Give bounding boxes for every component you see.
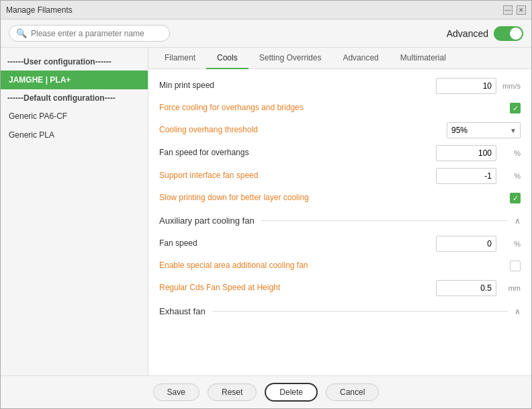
tab-filament[interactable]: Filament [154, 48, 206, 69]
search-input[interactable] [31, 29, 163, 38]
setting-label-support-interface-fan-speed: Support interface fan speed [159, 171, 436, 181]
sidebar-item-jamghe-pla-plus[interactable]: JAMGHE | PLA+ [1, 71, 148, 89]
section-title-exhaust: Exhaust fan [159, 306, 206, 316]
setting-label-cooling-overhang-threshold: Cooling overhang threshold [159, 125, 447, 136]
tab-setting-overrides[interactable]: Setting Overrides [249, 48, 332, 69]
advanced-toggle-group: Advanced [447, 26, 523, 41]
setting-row-cooling-overhang-threshold: Cooling overhang threshold 85% 90% 95% 1… [148, 119, 531, 142]
default-config-header: ------Default configuration---- [1, 89, 148, 107]
setting-select-cooling-overhang-threshold[interactable]: 85% 90% 95% 100% [447, 122, 521, 138]
cancel-button[interactable]: Cancel [326, 383, 379, 401]
setting-row-fan-speed: Fan speed % [148, 232, 531, 255]
setting-label-fan-speed-overhangs: Fan speed for overhangs [159, 148, 436, 158]
setting-row-min-print-speed: Min print speed mm/s [148, 75, 531, 97]
titlebar: Manage Filaments — ✕ [1, 1, 531, 19]
reset-button[interactable]: Reset [208, 383, 257, 401]
setting-row-fan-speed-overhangs: Fan speed for overhangs % [148, 142, 531, 165]
setting-row-force-cooling: Force cooling for overhangs and bridges [148, 97, 531, 119]
delete-button[interactable]: Delete [265, 383, 318, 402]
minimize-button[interactable]: — [503, 5, 513, 15]
toggle-knob [510, 28, 522, 40]
main-window: Manage Filaments — ✕ 🔍 Advanced ------Us… [0, 0, 532, 409]
setting-control-force-cooling [510, 103, 521, 113]
sidebar: ------User configuration------ JAMGHE | … [1, 48, 148, 375]
setting-input-min-print-speed[interactable] [436, 78, 496, 94]
setting-label-fan-speed: Fan speed [159, 238, 436, 249]
section-collapse-exhaust-icon[interactable]: ∧ [515, 307, 521, 316]
close-button[interactable]: ✕ [517, 5, 526, 15]
bottom-bar: Save Reset Delete Cancel [1, 375, 531, 408]
advanced-toggle-switch[interactable] [494, 26, 523, 41]
tabs-bar: Filament Cools Setting Overrides Advance… [148, 48, 531, 69]
section-divider-line-auxiliary [261, 220, 508, 221]
setting-unit-regular-cds-fan-speed: mm [499, 284, 521, 292]
setting-checkbox-slow-printing-down[interactable] [510, 193, 521, 203]
advanced-label: Advanced [447, 28, 488, 39]
save-button[interactable]: Save [153, 383, 200, 401]
tab-advanced[interactable]: Advanced [332, 48, 389, 69]
setting-checkbox-force-cooling[interactable] [510, 103, 521, 113]
section-title-auxiliary: Auxiliary part cooling fan [159, 216, 255, 226]
setting-control-slow-printing-down [510, 193, 521, 203]
setting-row-enable-special-area: Enable special area additional cooling f… [148, 255, 531, 277]
section-exhaust-fan: Exhaust fan ∧ [148, 300, 531, 323]
sidebar-item-generic-pa6-cf[interactable]: Generic PA6-CF [1, 107, 148, 126]
setting-input-fan-speed[interactable] [436, 236, 496, 252]
section-collapse-auxiliary-icon[interactable]: ∧ [515, 216, 521, 226]
main-toolbar: 🔍 Advanced [1, 19, 531, 48]
setting-row-regular-cds-fan-speed: Regular Cds Fan Speed at Height mm [148, 277, 531, 300]
setting-label-enable-special-area: Enable special area additional cooling f… [159, 261, 510, 271]
setting-control-fan-speed: % [436, 236, 521, 252]
setting-control-enable-special-area [510, 261, 521, 271]
setting-control-regular-cds-fan-speed: mm [436, 280, 521, 296]
setting-input-support-interface-fan-speed[interactable] [436, 168, 496, 184]
setting-checkbox-enable-special-area[interactable] [510, 261, 521, 271]
setting-row-slow-printing-down: Slow printing down for better layer cool… [148, 187, 531, 209]
setting-row-support-interface-fan-speed: Support interface fan speed % [148, 165, 531, 187]
section-divider-line-exhaust [212, 311, 508, 312]
setting-label-force-cooling: Force cooling for overhangs and bridges [159, 103, 510, 113]
right-panel: Filament Cools Setting Overrides Advance… [148, 48, 531, 375]
search-icon: 🔍 [16, 28, 27, 38]
tab-cools[interactable]: Cools [206, 48, 249, 69]
window-title: Manage Filaments [6, 5, 73, 15]
select-wrapper-cooling-overhang: 85% 90% 95% 100% ▼ [447, 122, 521, 138]
user-config-header: ------User configuration------ [1, 53, 148, 71]
sidebar-item-generic-pla[interactable]: Generic PLA [1, 126, 148, 144]
search-box: 🔍 [9, 25, 170, 42]
setting-input-fan-speed-overhangs[interactable] [436, 145, 496, 161]
setting-control-fan-speed-overhangs: % [436, 145, 521, 161]
setting-unit-fan-speed: % [499, 240, 521, 248]
setting-input-regular-cds-fan-speed[interactable] [436, 280, 496, 296]
setting-control-support-interface-fan-speed: % [436, 168, 521, 184]
setting-unit-min-print-speed: mm/s [499, 82, 521, 90]
window-controls: — ✕ [503, 5, 526, 15]
setting-control-min-print-speed: mm/s [436, 78, 521, 94]
setting-control-cooling-overhang-threshold: 85% 90% 95% 100% ▼ [447, 122, 521, 138]
setting-unit-support-interface-fan-speed: % [499, 172, 521, 180]
setting-label-min-print-speed: Min print speed [159, 81, 436, 91]
setting-label-regular-cds-fan-speed: Regular Cds Fan Speed at Height [159, 283, 436, 293]
setting-unit-fan-speed-overhangs: % [499, 149, 521, 157]
tab-multimaterial[interactable]: Multimaterial [390, 48, 457, 69]
content-area: ------User configuration------ JAMGHE | … [1, 48, 531, 375]
section-auxiliary-cooling-fan: Auxiliary part cooling fan ∧ [148, 209, 531, 232]
setting-label-slow-printing-down: Slow printing down for better layer cool… [159, 193, 510, 203]
settings-content: Min print speed mm/s Force cooling for o… [148, 69, 531, 375]
